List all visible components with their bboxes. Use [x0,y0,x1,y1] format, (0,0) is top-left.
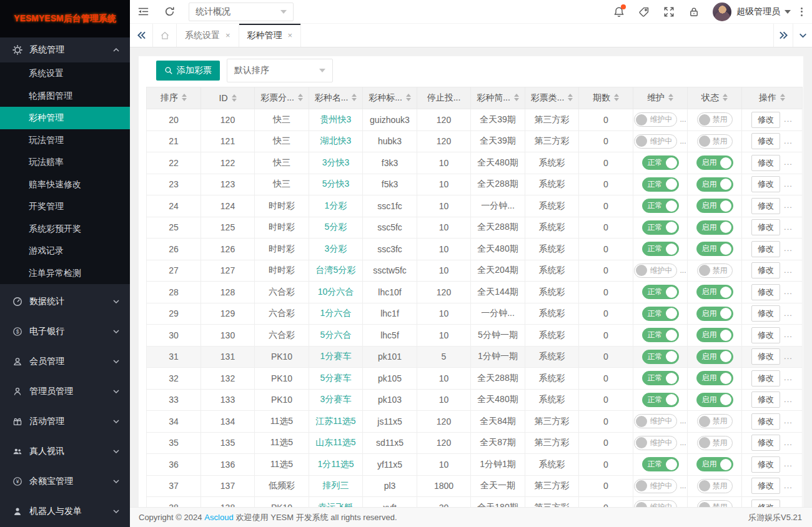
submenu-item[interactable]: 玩法赔率 [0,151,130,174]
more-actions[interactable]: ... [784,481,793,490]
sidebar-item-system[interactable]: 系统管理 [0,37,130,62]
edit-button[interactable]: 修改 [751,478,780,494]
edit-button[interactable]: 修改 [751,219,780,235]
edit-button[interactable]: 修改 [751,155,780,171]
maintain-toggle[interactable]: 维护中 [634,414,677,428]
maintain-toggle[interactable]: 正常 [642,307,679,321]
edit-button[interactable]: 修改 [751,435,780,451]
status-toggle[interactable]: 启用 [696,307,733,321]
more-actions[interactable]: ... [784,179,793,189]
edit-button[interactable]: 修改 [751,348,780,365]
submenu-item[interactable]: 玩法管理 [0,129,130,152]
more-actions[interactable]: ... [784,136,793,145]
tabs-dropdown-icon[interactable] [793,24,812,47]
lottery-name-link[interactable]: 10分六合 [318,287,354,297]
status-toggle[interactable]: 启用 [696,350,733,364]
lottery-name-link[interactable]: 山东11选5 [315,437,355,447]
maintain-toggle[interactable]: 维护中 [634,134,677,149]
status-toggle[interactable]: 启用 [696,285,733,299]
sort-icon[interactable] [723,94,728,101]
more-actions[interactable]: ... [784,438,793,447]
col-header[interactable]: 停止投... [417,87,471,109]
edit-button[interactable]: 修改 [751,305,780,322]
more-actions[interactable]: ... [784,395,793,404]
fullscreen-icon[interactable] [656,0,681,23]
edit-button[interactable]: 修改 [751,327,780,343]
maintain-toggle[interactable]: 正常 [642,393,679,407]
sidebar-item-admin[interactable]: 管理员管理 [0,377,130,406]
sidebar-item-robot[interactable]: 机器人与发单 [0,496,130,526]
status-toggle[interactable]: 禁用 [697,264,733,278]
more-actions[interactable]: ... [784,330,793,339]
maintain-toggle[interactable]: 维护中 [634,500,677,507]
user-menu[interactable]: 超级管理员 [736,6,791,17]
edit-button[interactable]: 修改 [751,176,780,192]
col-header[interactable]: 彩票分... [255,87,309,109]
status-toggle[interactable]: 启用 [696,199,733,213]
close-icon[interactable]: × [225,31,230,40]
sort-icon[interactable] [668,94,673,101]
more-actions[interactable]: ... [784,459,793,468]
sort-icon[interactable] [568,94,573,101]
lottery-name-link[interactable]: 3分赛车 [320,394,352,404]
menu-fold-icon[interactable] [130,0,156,23]
sort-icon[interactable] [406,94,411,101]
avatar[interactable] [713,2,731,21]
submenu-item[interactable]: 彩种管理 [0,107,130,129]
col-header[interactable]: 维护 [633,87,688,109]
col-header[interactable]: 操作 [742,87,803,109]
nav-select[interactable]: 统计概况 [189,2,294,21]
status-toggle[interactable]: 禁用 [697,436,733,450]
submenu-item[interactable]: 赔率快速修改 [0,174,130,196]
more-actions[interactable]: ... [784,265,793,275]
edit-button[interactable]: 修改 [751,241,780,257]
lottery-name-link[interactable]: 幸运飞艇 [319,502,354,507]
submenu-item[interactable]: 注单异常检测 [0,262,130,285]
col-header[interactable]: 彩种标... [363,87,417,109]
more-actions[interactable]: ... [784,287,793,296]
sort-icon[interactable] [614,94,619,101]
more-actions[interactable]: ... [784,373,793,382]
lottery-name-link[interactable]: 5分彩 [325,222,347,232]
sort-select[interactable]: 默认排序 [227,59,333,82]
col-header[interactable]: 彩票类... [525,87,579,109]
submenu-item[interactable]: 开奖管理 [0,195,130,218]
status-toggle[interactable]: 启用 [696,242,733,256]
edit-button[interactable]: 修改 [751,133,780,149]
edit-button[interactable]: 修改 [751,413,780,430]
status-toggle[interactable]: 禁用 [697,479,733,493]
status-toggle[interactable]: 禁用 [697,134,733,149]
lottery-name-link[interactable]: 5分快3 [322,179,350,189]
more-actions[interactable]: ... [784,416,793,425]
sort-icon[interactable] [352,94,357,101]
col-header[interactable]: 彩种简... [471,87,525,109]
maintain-toggle[interactable]: 维护中 [634,264,677,278]
sidebar-item-yuebao[interactable]: ¥余额宝管理 [0,466,130,496]
maintain-toggle[interactable]: 维护中 [634,479,677,493]
submenu-item[interactable]: 游戏记录 [0,240,130,262]
home-tab-icon[interactable] [153,24,177,47]
sort-icon[interactable] [780,94,785,101]
lottery-name-link[interactable]: 1分六合 [320,308,352,318]
sidebar-item-live[interactable]: 真人视讯 [0,436,130,466]
maintain-toggle[interactable]: 正常 [642,371,679,385]
more-actions[interactable]: ... [784,114,793,124]
edit-button[interactable]: 修改 [751,112,780,128]
footer-link[interactable]: Ascloud [204,513,233,522]
lottery-name-link[interactable]: 1分赛车 [320,351,352,361]
edit-button[interactable]: 修改 [751,284,780,300]
lottery-name-link[interactable]: 5分赛车 [320,373,352,383]
col-header[interactable]: ID [201,87,255,109]
maintain-toggle[interactable]: 正常 [642,242,679,256]
sidebar-item-member[interactable]: 会员管理 [0,347,130,377]
more-actions[interactable]: ... [784,244,793,253]
close-icon[interactable]: × [288,31,293,40]
add-lottery-button[interactable]: 添加彩票 [156,61,220,81]
status-toggle[interactable]: 启用 [696,371,733,385]
more-actions[interactable]: ... [784,502,793,507]
maintain-toggle[interactable]: 正常 [642,328,679,342]
maintain-toggle[interactable]: 正常 [642,285,679,299]
sort-icon[interactable] [182,94,187,101]
more-actions[interactable]: ... [784,157,793,167]
lottery-name-link[interactable]: 5分六合 [320,330,352,340]
